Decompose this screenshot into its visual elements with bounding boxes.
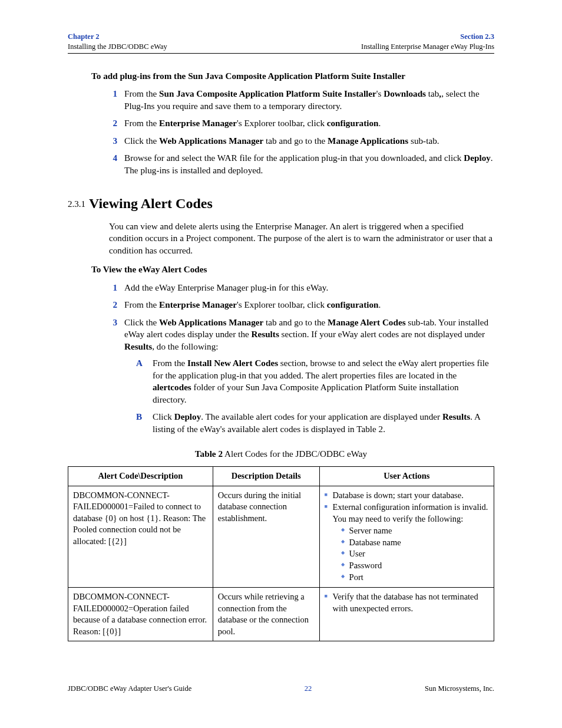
step: 2 From the Enterprise Manager's Explorer… xyxy=(109,299,494,311)
step-text: From the Enterprise Manager's Explorer t… xyxy=(124,299,381,309)
substep-text: Click Deploy. The available alert codes … xyxy=(153,411,480,434)
table-title: Alert Codes for the JDBC/ODBC eWay xyxy=(223,449,367,459)
step: 3 Click the Web Applications Manager tab… xyxy=(109,135,494,147)
step: 2 From the Enterprise Manager's Explorer… xyxy=(109,117,494,130)
substep: B Click Deploy. The available alert code… xyxy=(136,411,494,435)
footer-right: Sun Microsystems, Inc. xyxy=(425,684,494,694)
list-item: Verify that the database has not termina… xyxy=(325,591,489,614)
chapter-label: Chapter 2 xyxy=(68,32,167,42)
step-number: 2 xyxy=(109,299,117,311)
col-header: Alert Code\Description xyxy=(68,467,213,486)
step-number: 1 xyxy=(109,282,117,294)
table-row: DBCOMMON-CONNECT-FAILED000002=Operation … xyxy=(68,588,494,641)
footer-left: JDBC/ODBC eWay Adapter User's Guide xyxy=(68,684,191,694)
col-header: User Actions xyxy=(319,467,494,486)
page-number: 22 xyxy=(305,684,312,694)
list-item: Server name xyxy=(341,525,489,537)
table-caption: Table 2 Alert Codes for the JDBC/ODBC eW… xyxy=(68,448,494,460)
header-left: Chapter 2 Installing the JDBC/ODBC eWay xyxy=(68,32,167,52)
step-text: Browse for and select the WAR file for t… xyxy=(124,153,493,175)
bullet-list: Database is down; start your database. E… xyxy=(325,490,489,584)
substep-letter: A xyxy=(136,357,143,370)
table-label: Table 2 xyxy=(195,449,223,459)
cell-user-actions: Database is down; start your database. E… xyxy=(319,486,494,588)
substep-text: From the Install New Alert Codes section… xyxy=(153,358,489,404)
cell-description: Occurs while retrieving a connection fro… xyxy=(213,588,319,641)
procedure-steps-1: 1 From the Sun Java Composite Applicatio… xyxy=(109,88,494,176)
cell-alert-code: DBCOMMON-CONNECT-FAILED000002=Operation … xyxy=(68,588,213,641)
page-footer: JDBC/ODBC eWay Adapter User's Guide 22 S… xyxy=(68,684,494,694)
section-paragraph: You can view and delete alerts using the… xyxy=(109,220,494,257)
step: 1 From the Sun Java Composite Applicatio… xyxy=(109,88,494,112)
step-number: 3 xyxy=(109,317,117,329)
list-item: External configuration information is in… xyxy=(325,502,489,583)
list-item: Database name xyxy=(341,537,489,549)
substep-letter: B xyxy=(136,411,142,423)
list-item: Database is down; start your database. xyxy=(325,490,489,502)
chapter-subtitle: Installing the JDBC/ODBC eWay xyxy=(68,42,167,52)
step-text: Add the eWay Enterprise Manager plug-in … xyxy=(124,282,328,292)
step-text: Click the Web Applications Manager tab a… xyxy=(124,317,488,351)
list-item: Port xyxy=(341,572,489,584)
step-number: 1 xyxy=(109,88,117,100)
bullet-list: Verify that the database has not termina… xyxy=(325,591,489,614)
step-text: From the Enterprise Manager's Explorer t… xyxy=(124,118,381,128)
header-right: Section 2.3 Installing Enterprise Manage… xyxy=(361,32,494,52)
step: 3 Click the Web Applications Manager tab… xyxy=(109,317,494,436)
step: 4 Browse for and select the WAR file for… xyxy=(109,152,494,176)
step: 1 Add the eWay Enterprise Manager plug-i… xyxy=(109,282,494,294)
col-header: Description Details xyxy=(213,467,319,486)
procedure-heading: To add plug-ins from the Sun Java Compos… xyxy=(91,70,494,83)
section-number: 2.3.1 xyxy=(68,199,85,209)
section-label: Section 2.3 xyxy=(361,32,494,42)
section-subtitle: Installing Enterprise Manager eWay Plug-… xyxy=(361,42,494,52)
page-header: Chapter 2 Installing the JDBC/ODBC eWay … xyxy=(68,32,494,54)
procedure-heading: To View the eWay Alert Codes xyxy=(91,263,494,276)
substep: A From the Install New Alert Codes secti… xyxy=(136,357,494,406)
substeps: A From the Install New Alert Codes secti… xyxy=(136,357,494,435)
section-title: Viewing Alert Codes xyxy=(89,196,213,211)
list-item: Password xyxy=(341,560,489,572)
cell-user-actions: Verify that the database has not termina… xyxy=(319,588,494,641)
alert-codes-table: Alert Code\Description Description Detai… xyxy=(68,466,494,641)
procedure-steps-2: 1 Add the eWay Enterprise Manager plug-i… xyxy=(109,282,494,436)
step-text: From the Sun Java Composite Application … xyxy=(124,88,480,111)
step-text: Click the Web Applications Manager tab a… xyxy=(124,136,439,146)
step-number: 4 xyxy=(109,152,117,164)
step-number: 3 xyxy=(109,135,117,147)
list-item: User xyxy=(341,548,489,560)
table-header-row: Alert Code\Description Description Detai… xyxy=(68,467,494,486)
table-row: DBCOMMON-CONNECT-FAILED000001=Failed to … xyxy=(68,486,494,588)
section-heading: 2.3.1Viewing Alert Codes xyxy=(68,194,494,213)
step-number: 2 xyxy=(109,117,117,130)
sub-bullet-list: Server name Database name User Password … xyxy=(341,525,489,583)
page: Chapter 2 Installing the JDBC/ODBC eWay … xyxy=(0,0,562,641)
cell-alert-code: DBCOMMON-CONNECT-FAILED000001=Failed to … xyxy=(68,486,213,588)
cell-description: Occurs during the initial database conne… xyxy=(213,486,319,588)
